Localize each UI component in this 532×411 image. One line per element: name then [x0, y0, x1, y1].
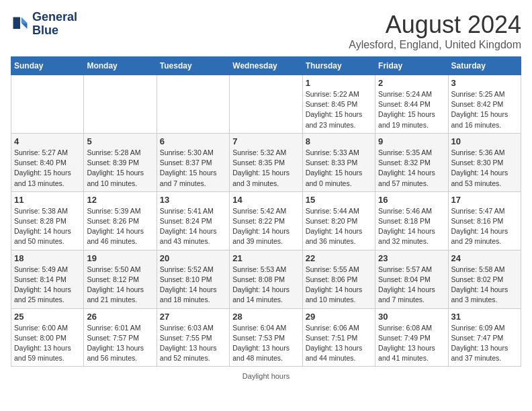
day-number: 2 [378, 78, 445, 88]
calendar-cell: 22Sunrise: 5:55 AM Sunset: 8:06 PM Dayli… [302, 250, 375, 308]
logo-line1: General [32, 11, 77, 24]
day-detail: Sunrise: 5:50 AM Sunset: 8:12 PM Dayligh… [87, 265, 153, 306]
calendar-cell: 2Sunrise: 5:24 AM Sunset: 8:44 PM Daylig… [375, 75, 448, 134]
day-number: 3 [451, 78, 518, 88]
day-number: 16 [378, 195, 445, 205]
calendar-week-4: 18Sunrise: 5:49 AM Sunset: 8:14 PM Dayli… [11, 250, 521, 308]
calendar-cell: 14Sunrise: 5:42 AM Sunset: 8:22 PM Dayli… [230, 191, 302, 250]
calendar-cell [84, 75, 157, 134]
day-detail: Sunrise: 5:41 AM Sunset: 8:24 PM Dayligh… [160, 206, 226, 247]
day-detail: Sunrise: 5:36 AM Sunset: 8:30 PM Dayligh… [451, 148, 518, 189]
day-detail: Sunrise: 6:06 AM Sunset: 7:51 PM Dayligh… [306, 323, 372, 364]
day-detail: Sunrise: 5:38 AM Sunset: 8:28 PM Dayligh… [14, 206, 81, 247]
header-cell-tuesday: Tuesday [157, 57, 229, 75]
day-number: 18 [14, 253, 81, 263]
header-cell-friday: Friday [375, 57, 448, 75]
day-detail: Sunrise: 5:32 AM Sunset: 8:35 PM Dayligh… [232, 148, 299, 189]
calendar-cell: 18Sunrise: 5:49 AM Sunset: 8:14 PM Dayli… [11, 250, 84, 308]
day-detail: Sunrise: 5:27 AM Sunset: 8:40 PM Dayligh… [14, 148, 81, 189]
day-number: 28 [232, 312, 299, 322]
calendar-week-1: 1Sunrise: 5:22 AM Sunset: 8:45 PM Daylig… [11, 75, 521, 134]
calendar-cell: 13Sunrise: 5:41 AM Sunset: 8:24 PM Dayli… [157, 191, 229, 250]
day-detail: Sunrise: 6:01 AM Sunset: 7:57 PM Dayligh… [87, 323, 153, 364]
day-detail: Sunrise: 5:53 AM Sunset: 8:08 PM Dayligh… [232, 265, 299, 306]
calendar-cell: 20Sunrise: 5:52 AM Sunset: 8:10 PM Dayli… [157, 250, 229, 308]
calendar-cell: 16Sunrise: 5:46 AM Sunset: 8:18 PM Dayli… [375, 191, 448, 250]
calendar-cell: 28Sunrise: 6:04 AM Sunset: 7:53 PM Dayli… [230, 308, 302, 367]
header-cell-monday: Monday [84, 57, 157, 75]
day-number: 21 [232, 253, 299, 263]
day-number: 23 [378, 253, 445, 263]
calendar-cell: 10Sunrise: 5:36 AM Sunset: 8:30 PM Dayli… [448, 133, 521, 191]
day-detail: Sunrise: 5:46 AM Sunset: 8:18 PM Dayligh… [378, 206, 445, 247]
calendar-cell: 8Sunrise: 5:33 AM Sunset: 8:33 PM Daylig… [302, 133, 375, 191]
page-header: General Blue August 2024 Aylesford, Engl… [11, 11, 521, 51]
day-detail: Sunrise: 6:03 AM Sunset: 7:55 PM Dayligh… [160, 323, 226, 364]
calendar-cell: 1Sunrise: 5:22 AM Sunset: 8:45 PM Daylig… [302, 75, 375, 134]
header-cell-saturday: Saturday [448, 57, 521, 75]
day-number: 9 [378, 136, 445, 146]
day-number: 15 [306, 195, 372, 205]
calendar-cell: 19Sunrise: 5:50 AM Sunset: 8:12 PM Dayli… [84, 250, 157, 308]
day-number: 30 [378, 312, 445, 322]
calendar-cell [11, 75, 84, 134]
day-number: 19 [87, 253, 153, 263]
day-number: 26 [87, 312, 153, 322]
calendar-cell: 26Sunrise: 6:01 AM Sunset: 7:57 PM Dayli… [84, 308, 157, 367]
calendar-footer: Daylight hours [11, 372, 521, 380]
day-detail: Sunrise: 5:25 AM Sunset: 8:42 PM Dayligh… [451, 89, 518, 130]
calendar-cell: 21Sunrise: 5:53 AM Sunset: 8:08 PM Dayli… [230, 250, 302, 308]
calendar-week-5: 25Sunrise: 6:00 AM Sunset: 8:00 PM Dayli… [11, 308, 521, 367]
day-number: 24 [451, 253, 518, 263]
calendar-header: SundayMondayTuesdayWednesdayThursdayFrid… [11, 57, 521, 75]
logo: General Blue [11, 11, 77, 38]
day-detail: Sunrise: 5:33 AM Sunset: 8:33 PM Dayligh… [306, 148, 372, 189]
day-detail: Sunrise: 6:09 AM Sunset: 7:47 PM Dayligh… [451, 323, 518, 364]
day-number: 17 [451, 195, 518, 205]
day-number: 31 [451, 312, 518, 322]
day-number: 4 [14, 136, 81, 146]
calendar-cell: 5Sunrise: 5:28 AM Sunset: 8:39 PM Daylig… [84, 133, 157, 191]
day-detail: Sunrise: 5:52 AM Sunset: 8:10 PM Dayligh… [160, 265, 226, 306]
day-number: 5 [87, 136, 153, 146]
calendar-cell: 17Sunrise: 5:47 AM Sunset: 8:16 PM Dayli… [448, 191, 521, 250]
day-number: 20 [160, 253, 226, 263]
day-detail: Sunrise: 5:24 AM Sunset: 8:44 PM Dayligh… [378, 89, 445, 130]
calendar-cell: 27Sunrise: 6:03 AM Sunset: 7:55 PM Dayli… [157, 308, 229, 367]
day-detail: Sunrise: 6:04 AM Sunset: 7:53 PM Dayligh… [232, 323, 299, 364]
calendar-cell: 3Sunrise: 5:25 AM Sunset: 8:42 PM Daylig… [448, 75, 521, 134]
calendar-cell: 30Sunrise: 6:08 AM Sunset: 7:49 PM Dayli… [375, 308, 448, 367]
calendar-cell: 31Sunrise: 6:09 AM Sunset: 7:47 PM Dayli… [448, 308, 521, 367]
day-detail: Sunrise: 5:58 AM Sunset: 8:02 PM Dayligh… [451, 265, 518, 306]
day-number: 25 [14, 312, 81, 322]
logo-text: General Blue [32, 11, 77, 38]
header-cell-wednesday: Wednesday [230, 57, 302, 75]
day-detail: Sunrise: 5:47 AM Sunset: 8:16 PM Dayligh… [451, 206, 518, 247]
calendar-body: 1Sunrise: 5:22 AM Sunset: 8:45 PM Daylig… [11, 75, 521, 367]
day-number: 10 [451, 136, 518, 146]
header-cell-sunday: Sunday [11, 57, 84, 75]
day-detail: Sunrise: 5:42 AM Sunset: 8:22 PM Dayligh… [232, 206, 299, 247]
day-detail: Sunrise: 5:44 AM Sunset: 8:20 PM Dayligh… [306, 206, 372, 247]
logo-icon [11, 15, 30, 34]
day-detail: Sunrise: 6:00 AM Sunset: 8:00 PM Dayligh… [14, 323, 81, 364]
header-row: SundayMondayTuesdayWednesdayThursdayFrid… [11, 57, 521, 75]
day-number: 14 [232, 195, 299, 205]
header-cell-thursday: Thursday [302, 57, 375, 75]
day-detail: Sunrise: 5:22 AM Sunset: 8:45 PM Dayligh… [306, 89, 372, 130]
calendar-cell: 4Sunrise: 5:27 AM Sunset: 8:40 PM Daylig… [11, 133, 84, 191]
calendar-cell: 7Sunrise: 5:32 AM Sunset: 8:35 PM Daylig… [230, 133, 302, 191]
logo-line2: Blue [32, 24, 77, 38]
calendar-cell [157, 75, 229, 134]
day-number: 6 [160, 136, 226, 146]
day-number: 13 [160, 195, 226, 205]
day-detail: Sunrise: 5:28 AM Sunset: 8:39 PM Dayligh… [87, 148, 153, 189]
calendar-cell: 6Sunrise: 5:30 AM Sunset: 8:37 PM Daylig… [157, 133, 229, 191]
title-block: August 2024 Aylesford, England, United K… [349, 11, 521, 51]
day-detail: Sunrise: 5:55 AM Sunset: 8:06 PM Dayligh… [306, 265, 372, 306]
day-number: 7 [232, 136, 299, 146]
calendar-cell: 29Sunrise: 6:06 AM Sunset: 7:51 PM Dayli… [302, 308, 375, 367]
day-number: 22 [306, 253, 372, 263]
calendar-week-2: 4Sunrise: 5:27 AM Sunset: 8:40 PM Daylig… [11, 133, 521, 191]
day-number: 12 [87, 195, 153, 205]
